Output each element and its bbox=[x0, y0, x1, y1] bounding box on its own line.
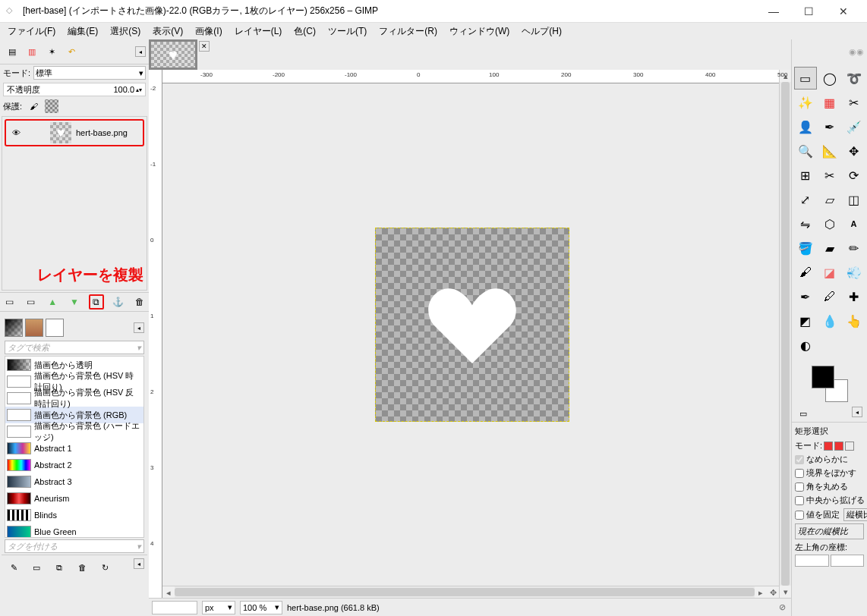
eraser-tool[interactable]: ◪ bbox=[818, 261, 841, 284]
scale-tool[interactable]: ⤢ bbox=[794, 188, 817, 211]
menu-ファイル[interactable]: ファイル(F) bbox=[2, 23, 61, 40]
clone-tool[interactable]: 🖊 bbox=[818, 285, 841, 308]
blur-tool[interactable]: 💧 bbox=[818, 310, 841, 332]
image-tab-close-button[interactable]: ✕ bbox=[199, 41, 210, 52]
bucket-fill-tool[interactable]: 🪣 bbox=[794, 237, 817, 259]
zoom-tool[interactable]: 🔍 bbox=[794, 140, 817, 162]
delete-gradient-button[interactable]: 🗑 bbox=[73, 558, 91, 577]
menu-ウィンドウ[interactable]: ウィンドウ(W) bbox=[443, 23, 515, 40]
visibility-eye-icon[interactable]: 👁 bbox=[9, 126, 23, 140]
scissors-tool[interactable]: ✂ bbox=[843, 91, 865, 114]
antialias-checkbox[interactable]: なめらかに bbox=[795, 454, 864, 465]
minimize-button[interactable]: — bbox=[756, 0, 791, 23]
paintbrush-tool[interactable]: 🖌 bbox=[794, 261, 817, 284]
edit-gradient-button[interactable]: ✎ bbox=[5, 558, 23, 577]
round-corners-checkbox[interactable]: 角を丸める bbox=[795, 481, 864, 492]
shear-tool[interactable]: ▱ bbox=[818, 188, 841, 211]
blend-tool[interactable]: ▰ bbox=[818, 237, 841, 259]
new-gradient-button[interactable]: ▭ bbox=[27, 558, 46, 577]
pattern-swatch-white[interactable] bbox=[46, 319, 64, 337]
swatch-dock-menu[interactable]: ◂ bbox=[134, 322, 144, 333]
pencil-tool[interactable]: ✏ bbox=[843, 237, 865, 259]
fixed-checkbox[interactable]: 値を固定 縦横比 bbox=[795, 508, 864, 521]
layers-tab-icon[interactable]: ▤ bbox=[3, 42, 21, 61]
unit-combo[interactable]: px▾ bbox=[202, 601, 235, 614]
refresh-gradients-button[interactable]: ↻ bbox=[96, 558, 114, 577]
gradient-item[interactable]: Aneurism bbox=[5, 490, 143, 507]
flip-tool[interactable]: ⇋ bbox=[794, 212, 817, 235]
menu-ツール[interactable]: ツール(T) bbox=[322, 23, 373, 40]
dodge-burn-tool[interactable]: ◐ bbox=[794, 334, 817, 357]
gradient-item[interactable]: Blinds bbox=[5, 507, 143, 523]
pos-x-field[interactable] bbox=[795, 555, 829, 567]
new-layer-button[interactable]: ▭ bbox=[2, 294, 17, 310]
measure-tool[interactable]: 📐 bbox=[818, 140, 841, 162]
dock-menu-button[interactable]: ◂ bbox=[135, 46, 146, 57]
channels-tab-icon[interactable]: ▥ bbox=[23, 42, 41, 61]
anchor-layer-button[interactable]: ⚓ bbox=[110, 294, 125, 310]
canvas-viewport[interactable] bbox=[162, 83, 779, 586]
scroll-down-button[interactable]: ▾ bbox=[780, 586, 792, 598]
lock-pixels-icon[interactable]: 🖌 bbox=[27, 99, 40, 113]
image-canvas[interactable] bbox=[375, 228, 569, 422]
menu-選択[interactable]: 選択(S) bbox=[104, 23, 147, 40]
menu-表示[interactable]: 表示(V) bbox=[147, 23, 189, 40]
airbrush-tool[interactable]: 💨 bbox=[843, 261, 865, 284]
gradient-item[interactable]: Abstract 3 bbox=[5, 473, 143, 490]
fg-color-swatch[interactable] bbox=[812, 366, 834, 388]
options-dock-menu[interactable]: ◂ bbox=[852, 407, 862, 417]
raise-layer-button[interactable]: ▲ bbox=[45, 294, 60, 310]
lower-layer-button[interactable]: ▼ bbox=[67, 294, 82, 310]
text-tool[interactable]: A bbox=[843, 212, 865, 235]
ellipse-select-tool[interactable]: ◯ bbox=[818, 67, 841, 90]
close-button[interactable]: ✕ bbox=[826, 0, 861, 23]
layer-item[interactable]: 👁 hert-base.png bbox=[5, 119, 144, 146]
undo-history-tab-icon[interactable]: ↶ bbox=[62, 42, 80, 61]
menu-ヘルプ[interactable]: ヘルプ(H) bbox=[515, 23, 568, 40]
rotate-tool[interactable]: ⟳ bbox=[843, 164, 865, 187]
paths-tab-icon[interactable]: ✶ bbox=[43, 42, 61, 61]
gradient-item[interactable]: Blue Green bbox=[5, 523, 143, 538]
color-area[interactable] bbox=[812, 366, 848, 402]
smudge-tool[interactable]: 👆 bbox=[843, 310, 865, 332]
color-picker-tool[interactable]: 💉 bbox=[843, 115, 865, 138]
horizontal-scrollbar[interactable]: ◂ ▸ ✥ bbox=[162, 586, 779, 598]
gradient-item[interactable]: Abstract 2 bbox=[5, 457, 143, 473]
rect-select-tool[interactable]: ▭ bbox=[794, 67, 817, 90]
menu-色[interactable]: 色(C) bbox=[288, 23, 322, 40]
by-color-select-tool[interactable]: ▦ bbox=[818, 91, 841, 114]
fixed-aspect-combo[interactable]: 縦横比 bbox=[843, 508, 867, 521]
tool-options-tab-icon[interactable]: ▭ bbox=[796, 407, 810, 420]
scroll-right-button[interactable]: ▸ bbox=[755, 586, 767, 599]
move-tool[interactable]: ✥ bbox=[843, 140, 865, 162]
menu-レイヤー[interactable]: レイヤー(L) bbox=[229, 23, 288, 40]
gradient-item[interactable]: 描画色から背景色 (ハードエッジ) bbox=[5, 423, 143, 440]
aspect-ratio-field[interactable]: 現在の縦横比 bbox=[795, 523, 864, 539]
mode-add-button[interactable] bbox=[834, 442, 843, 451]
horizontal-ruler[interactable]: -300-200-1000100200300400500 bbox=[162, 70, 779, 83]
menu-画像[interactable]: 画像(I) bbox=[189, 23, 228, 40]
gradient-swatch-fgtrans[interactable] bbox=[5, 319, 23, 337]
zoom-combo[interactable]: 100 %▾ bbox=[240, 601, 282, 614]
navigation-button[interactable]: ✥ bbox=[767, 586, 779, 599]
mode-subtract-button[interactable] bbox=[845, 442, 854, 451]
feather-checkbox[interactable]: 境界をぼかす bbox=[795, 467, 864, 479]
image-tab[interactable] bbox=[150, 41, 196, 68]
vertical-scrollbar[interactable] bbox=[780, 82, 791, 586]
gradient-tag-add[interactable]: タグを付ける▾ bbox=[5, 539, 144, 553]
vertical-ruler[interactable]: -2-101234 bbox=[149, 70, 162, 598]
blend-mode-combo[interactable]: 標準▾ bbox=[33, 66, 146, 80]
menu-編集[interactable]: 編集(E) bbox=[61, 23, 104, 40]
menu-フィルター[interactable]: フィルター(R) bbox=[373, 23, 443, 40]
gradient-item[interactable]: 描画色から背景色 (HSV 反時計回り) bbox=[5, 390, 143, 407]
delete-layer-button[interactable]: 🗑 bbox=[132, 294, 147, 310]
cage-tool[interactable]: ⬡ bbox=[818, 212, 841, 235]
heal-tool[interactable]: ✚ bbox=[843, 285, 865, 308]
new-group-button[interactable]: ▭ bbox=[24, 294, 39, 310]
cancel-button[interactable]: ⊘ bbox=[776, 602, 788, 614]
pattern-swatch-wood[interactable] bbox=[25, 319, 43, 337]
align-tool[interactable]: ⊞ bbox=[794, 164, 817, 187]
gradient-dock-menu[interactable]: ◂ bbox=[134, 558, 144, 569]
perspective-tool[interactable]: ◫ bbox=[843, 188, 865, 211]
opacity-slider[interactable]: 不透明度 100.0 ▴▾ bbox=[3, 83, 146, 96]
